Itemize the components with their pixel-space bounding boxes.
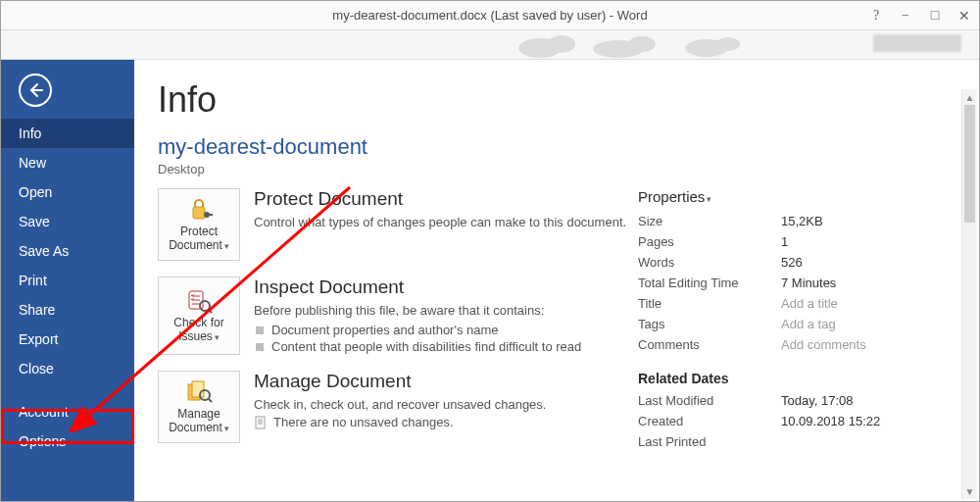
check-for-issues-button[interactable]: Check for Issues▾: [158, 276, 240, 355]
info-page: Info my-dearest-document Desktop Protect…: [134, 60, 979, 501]
sidebar-item-new[interactable]: New: [1, 148, 134, 177]
lock-shield-icon: [185, 196, 213, 224]
property-value: 1: [781, 234, 788, 249]
inspect-desc: Before publishing this file, be aware th…: [254, 302, 628, 320]
title-bar: my-dearest-document.docx (Last saved by …: [1, 1, 979, 30]
cloud-decoration: [511, 32, 765, 58]
date-key: Last Printed: [638, 434, 781, 449]
property-row[interactable]: TagsAdd a tag: [638, 314, 957, 334]
dropdown-caret-icon: ▾: [215, 332, 220, 342]
property-row: Words526: [638, 252, 957, 273]
sidebar-item-options[interactable]: Options: [1, 427, 134, 456]
inspect-title: Inspect Document: [254, 276, 628, 298]
date-row: Last Printed: [638, 431, 957, 452]
date-row: Last ModifiedToday, 17:08: [638, 390, 957, 411]
documents-magnifier-icon: [185, 378, 213, 406]
info-sections: Protect Document▾ Protect Document Contr…: [158, 188, 628, 459]
property-row[interactable]: TitleAdd a title: [638, 293, 957, 314]
svg-rect-8: [209, 214, 213, 216]
property-row: Pages1: [638, 231, 957, 252]
protect-document-button[interactable]: Protect Document▾: [158, 188, 240, 261]
user-name-redacted: [873, 34, 961, 52]
manage-desc: Check in, check out, and recover unsaved…: [254, 396, 628, 414]
property-row[interactable]: CommentsAdd comments: [638, 334, 957, 355]
protect-document-section: Protect Document▾ Protect Document Contr…: [158, 188, 628, 261]
date-key: Last Modified: [638, 393, 781, 408]
window-controls: ? − □ ✕: [861, 1, 979, 30]
window-title: my-dearest-document.docx (Last saved by …: [332, 8, 647, 23]
svg-line-15: [209, 399, 212, 402]
property-value: 15,2KB: [781, 214, 823, 228]
scroll-down-icon[interactable]: ▼: [962, 483, 977, 499]
sidebar-item-print[interactable]: Print: [1, 266, 134, 295]
date-value: Today, 17:08: [781, 393, 853, 408]
property-value[interactable]: Add comments: [781, 337, 866, 352]
manage-document-section: Manage Document▾ Manage Document Check i…: [158, 371, 628, 443]
sidebar-item-export[interactable]: Export: [1, 325, 134, 354]
sidebar-item-share[interactable]: Share: [1, 295, 134, 325]
date-value: 10.09.2018 15:22: [781, 414, 880, 428]
property-row: Size15,2KB: [638, 211, 957, 231]
properties-heading[interactable]: Properties▾: [638, 188, 957, 205]
inspect-issue-list: Document properties and author's name Co…: [254, 322, 628, 355]
property-value[interactable]: Add a title: [781, 296, 838, 311]
properties-panel: Properties▾ Size15,2KBPages1Words526Tota…: [628, 188, 957, 459]
scroll-up-icon[interactable]: ▲: [962, 89, 977, 105]
dropdown-caret-icon: ▾: [224, 241, 229, 251]
property-value[interactable]: Add a tag: [781, 317, 836, 331]
date-row: Created10.09.2018 15:22: [638, 411, 957, 431]
svg-line-11: [209, 310, 212, 313]
main-area: Info New Open Save Save As Print Share E…: [1, 60, 979, 501]
maximize-button[interactable]: □: [920, 1, 950, 30]
svg-rect-13: [192, 381, 204, 397]
document-icon: [254, 416, 268, 429]
property-key: Size: [638, 214, 781, 228]
close-button[interactable]: ✕: [950, 1, 979, 30]
back-arrow-icon: [26, 81, 44, 99]
unsaved-changes-note: There are no unsaved changes.: [254, 415, 628, 429]
ribbon-header-band: [1, 30, 979, 60]
inspect-issue-item: Content that people with disabilities fi…: [254, 338, 628, 355]
svg-rect-16: [256, 417, 265, 428]
document-name[interactable]: my-dearest-document: [158, 134, 957, 160]
property-value: 526: [781, 255, 803, 270]
scroll-thumb[interactable]: [964, 105, 975, 223]
sidebar-item-account[interactable]: Account: [1, 397, 134, 427]
inspect-issue-item: Document properties and author's name: [254, 322, 628, 338]
property-key: Total Editing Time: [638, 276, 781, 290]
svg-point-1: [548, 35, 575, 53]
manage-document-button[interactable]: Manage Document▾: [158, 371, 240, 443]
svg-point-3: [628, 36, 656, 52]
document-location: Desktop: [158, 162, 957, 176]
scroll-track[interactable]: [962, 105, 977, 483]
svg-rect-6: [193, 207, 205, 219]
protect-title: Protect Document: [254, 188, 628, 210]
sidebar-item-save[interactable]: Save: [1, 207, 134, 236]
page-title: Info: [158, 79, 957, 121]
sidebar-nav: Info New Open Save Save As Print Share E…: [1, 119, 134, 456]
manage-title: Manage Document: [254, 371, 628, 392]
inspect-document-section: Check for Issues▾ Inspect Document Befor…: [158, 276, 628, 355]
vertical-scrollbar[interactable]: ▲ ▼: [961, 89, 977, 499]
minimize-button[interactable]: −: [891, 1, 920, 30]
property-key: Words: [638, 255, 781, 270]
svg-point-5: [716, 37, 740, 51]
sidebar-item-save-as[interactable]: Save As: [1, 236, 134, 266]
sidebar-item-open[interactable]: Open: [1, 177, 134, 207]
date-key: Created: [638, 414, 781, 428]
dropdown-caret-icon: ▾: [224, 424, 229, 433]
property-key: Comments: [638, 337, 781, 352]
back-button[interactable]: [19, 74, 52, 107]
property-row: Total Editing Time7 Minutes: [638, 273, 957, 293]
property-key: Tags: [638, 317, 781, 331]
property-key: Title: [638, 296, 781, 311]
property-value: 7 Minutes: [781, 276, 836, 290]
dropdown-caret-icon: ▾: [707, 194, 711, 204]
protect-desc: Control what types of changes people can…: [254, 214, 628, 231]
related-dates-heading: Related Dates: [638, 371, 957, 386]
sidebar-item-close[interactable]: Close: [1, 354, 134, 383]
help-button[interactable]: ?: [861, 1, 891, 30]
sidebar-item-info[interactable]: Info: [1, 119, 134, 148]
checklist-magnifier-icon: [185, 287, 213, 315]
backstage-sidebar: Info New Open Save Save As Print Share E…: [1, 60, 134, 501]
